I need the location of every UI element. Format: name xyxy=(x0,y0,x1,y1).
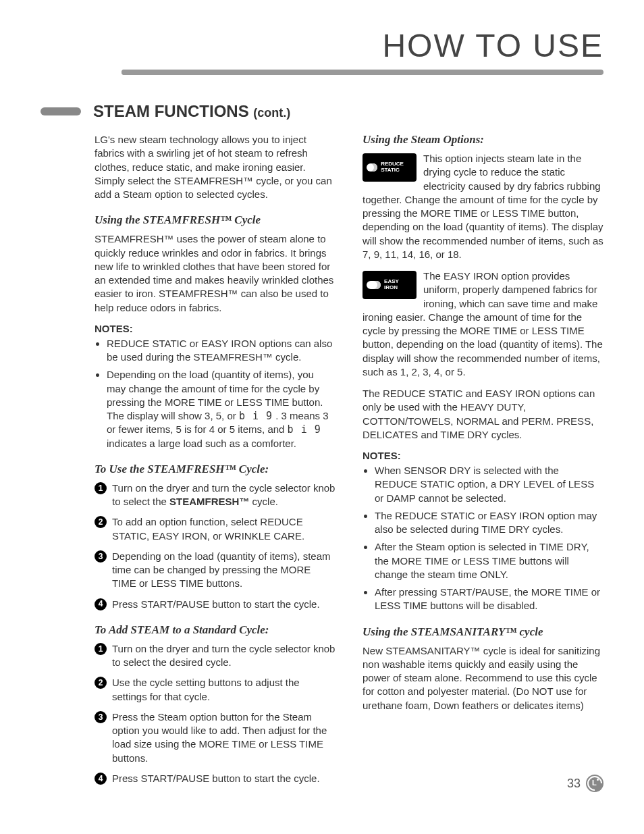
step-text: Turn on the dryer and turn the cycle sel… xyxy=(112,481,336,509)
toggle-icon xyxy=(367,281,381,289)
section-title-cont: (cont.) xyxy=(253,106,290,120)
subhead-steamfresh-cycle: Using the STEAMFRESH™ Cycle xyxy=(95,213,336,227)
step-text: Depending on the load (quantity of items… xyxy=(112,550,336,591)
step-item: 3Depending on the load (quantity of item… xyxy=(95,550,336,591)
note-item: When SENSOR DRY is selected with the RED… xyxy=(375,464,603,505)
step-text: Press the Steam option button for the St… xyxy=(112,710,336,765)
note-item: Depending on the load (quantity of items… xyxy=(107,368,336,450)
step-number-icon: 4 xyxy=(95,598,107,610)
step-item: 1Turn on the dryer and turn the cycle se… xyxy=(95,481,336,509)
content-columns: LG's new steam technology allows you to … xyxy=(95,133,603,792)
step-text: To add an option function, select REDUCE… xyxy=(112,515,336,543)
step-text: Use the cycle setting buttons to adjust … xyxy=(112,676,336,704)
display-glyph: b i 9 xyxy=(239,410,273,422)
page-number: 33 xyxy=(567,777,581,791)
reduce-static-icon: REDUCE STATIC xyxy=(363,153,417,182)
notes-list: REDUCE STATIC or EASY IRON options can a… xyxy=(95,337,336,450)
step-item: 3Press the Steam option button for the S… xyxy=(95,710,336,765)
step-item: 4Press START/PAUSE button to start the c… xyxy=(95,772,336,785)
subhead-use-steamfresh: To Use the STEAMFRESH™ Cycle: xyxy=(95,463,336,476)
lg-logo-icon: L xyxy=(586,775,603,792)
step-text: Turn on the dryer and turn the cycle sel… xyxy=(112,642,336,670)
step-number-icon: 1 xyxy=(95,482,107,494)
steps-list: 1Turn on the dryer and turn the cycle se… xyxy=(95,481,336,611)
page: HOW TO USE STEAM FUNCTIONS (cont.) LG's … xyxy=(0,0,644,812)
step-item: 2Use the cycle setting buttons to adjust… xyxy=(95,676,336,704)
step-number-icon: 4 xyxy=(95,773,107,785)
step-number-icon: 1 xyxy=(95,643,107,655)
section-title-text: STEAM FUNCTIONS xyxy=(93,102,249,120)
left-column: LG's new steam technology allows you to … xyxy=(95,133,336,792)
page-header-title: HOW TO USE xyxy=(41,27,603,64)
step-text: Press START/PAUSE button to start the cy… xyxy=(112,598,320,611)
subhead-steam-options: Using the Steam Options: xyxy=(363,133,603,147)
icon-label: EASY IRON xyxy=(384,279,412,291)
steamsanitary-text: New STEAMSANITARY™ cycle is ideal for sa… xyxy=(363,644,603,712)
step-number-icon: 2 xyxy=(95,516,107,528)
note-item: After pressing START/PAUSE, the MORE TIM… xyxy=(375,585,603,613)
toggle-icon xyxy=(367,163,377,172)
icon-label: REDUCE STATIC xyxy=(381,161,412,174)
notes-label: NOTES: xyxy=(363,450,603,461)
intro-text: LG's new steam technology allows you to … xyxy=(95,133,336,201)
note-item: REDUCE STATIC or EASY IRON options can a… xyxy=(107,337,336,365)
easy-iron-block: EASY IRON The EASY IRON option provides … xyxy=(363,269,603,379)
note-item: The REDUCE STATIC or EASY IRON option ma… xyxy=(375,509,603,537)
step-item: 1Turn on the dryer and turn the cycle se… xyxy=(95,642,336,670)
right-column: Using the Steam Options: REDUCE STATIC T… xyxy=(363,133,603,792)
step-number-icon: 2 xyxy=(95,677,107,689)
reduce-static-block: REDUCE STATIC This option injects steam … xyxy=(363,152,603,261)
step-item: 4Press START/PAUSE button to start the c… xyxy=(95,598,336,611)
notes-label: NOTES: xyxy=(95,323,336,334)
section-title-row: STEAM FUNCTIONS (cont.) xyxy=(41,102,603,121)
subhead-add-steam: To Add STEAM to a Standard Cycle: xyxy=(95,623,336,637)
section-title: STEAM FUNCTIONS (cont.) xyxy=(93,102,290,121)
page-footer: 33 L xyxy=(567,775,603,792)
header-rule xyxy=(122,70,603,75)
display-glyph: b i 9 xyxy=(288,423,321,436)
note-text: indicates a large load such as a comfort… xyxy=(107,438,296,449)
note-item: After the Steam option is selected in TI… xyxy=(375,540,603,581)
steps-list: 1Turn on the dryer and turn the cycle se… xyxy=(95,642,336,785)
easy-iron-icon: EASY IRON xyxy=(363,271,417,299)
step-number-icon: 3 xyxy=(95,550,107,563)
step-number-icon: 3 xyxy=(95,711,107,723)
options-restriction-text: The REDUCE STATIC and EASY IRON options … xyxy=(363,387,603,442)
step-text: Press START/PAUSE button to start the cy… xyxy=(112,772,320,785)
subhead-steamsanitary: Using the STEAMSANITARY™ cycle xyxy=(363,625,603,639)
step-item: 2To add an option function, select REDUC… xyxy=(95,515,336,543)
steamfresh-desc: STEAMFRESH™ uses the power of steam alon… xyxy=(95,232,336,315)
section-bullet xyxy=(41,107,81,115)
notes-list: When SENSOR DRY is selected with the RED… xyxy=(363,464,603,613)
